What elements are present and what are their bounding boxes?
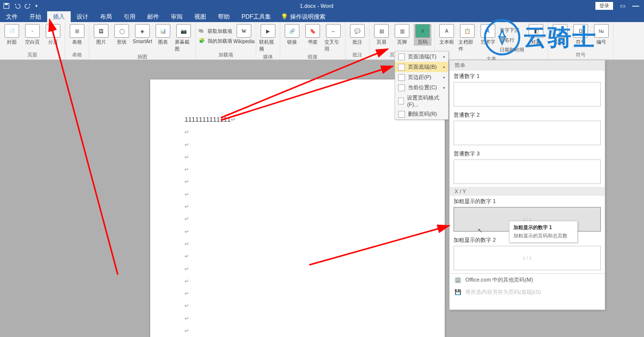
page-break-button[interactable]: ⤵分页: [44, 24, 62, 46]
window-title: 1.docx - Word: [38, 3, 595, 9]
textbox-button[interactable]: A文本框: [438, 24, 456, 46]
current-position-icon: [398, 84, 405, 91]
header-button[interactable]: ▤页眉: [373, 24, 390, 46]
wikipedia-button[interactable]: WWikipedia: [235, 24, 253, 44]
tab-insert[interactable]: 插入: [47, 11, 71, 22]
group-label-illustrations: 插图: [137, 52, 147, 60]
object-button[interactable]: ◧对象: [527, 24, 545, 46]
tab-review[interactable]: 审阅: [165, 11, 188, 22]
tab-file[interactable]: 文件: [0, 11, 24, 22]
ribbon-label: 页码: [418, 39, 428, 46]
ribbon-label: 文档部件: [458, 39, 476, 52]
save-selection-icon: 💾: [455, 289, 461, 295]
smartart-icon: ◈: [135, 24, 150, 38]
ribbon-label: 交叉引用: [324, 39, 342, 52]
equation-icon: π: [553, 24, 567, 38]
gallery-thumb-plain1[interactable]: [454, 82, 601, 106]
group-label-tables: 表格: [72, 51, 82, 58]
wordart-button[interactable]: A艺术字: [479, 24, 497, 46]
current-position-item[interactable]: 当前位置(C)▸: [395, 82, 448, 93]
ribbon: 📄封面 ▫空白页 ⤵分页 页面 ⊞表格 表格 🖼图片 ◯形状 ◈SmartArt…: [0, 22, 644, 60]
table-icon: ⊞: [70, 24, 84, 38]
cover-page-icon: 📄: [4, 24, 19, 38]
crossref-button[interactable]: ↔交叉引用: [324, 24, 342, 52]
tab-layout[interactable]: 布局: [94, 11, 118, 22]
tab-references[interactable]: 引用: [118, 11, 141, 22]
addin-icon: 🧩: [199, 38, 206, 45]
gallery-item-label: 普通数字 3: [450, 148, 605, 158]
gallery-thumb-plain2[interactable]: [454, 121, 601, 145]
ribbon-display-icon[interactable]: ▭: [620, 2, 625, 9]
tell-me-search[interactable]: 💡 操作说明搜索: [281, 13, 325, 21]
crossref-icon: ↔: [326, 24, 341, 38]
ribbon-label: Wikipedia: [233, 39, 254, 44]
tab-mailings[interactable]: 邮件: [141, 11, 165, 22]
tab-pdf[interactable]: PDF工具集: [236, 11, 277, 22]
picture-button[interactable]: 🖼图片: [92, 24, 110, 46]
datetime-button[interactable]: 日期和时间: [500, 46, 524, 54]
page-number-button[interactable]: #页码: [414, 24, 431, 46]
tab-design[interactable]: 设计: [71, 11, 94, 22]
object-icon: ◧: [529, 24, 543, 38]
menu-label: 当前位置(C): [408, 84, 437, 91]
comment-icon: 💬: [350, 24, 365, 38]
group-label-comments: 批注: [352, 51, 362, 58]
online-video-button[interactable]: ▶联机视频: [259, 24, 277, 52]
page-margins-item[interactable]: 页边距(P)▸: [395, 72, 448, 82]
gallery-item-label: 加粗显示的数字 1: [450, 196, 605, 206]
remove-pagenum-item[interactable]: 删除页码(R): [395, 109, 448, 119]
header-icon: ▤: [374, 24, 389, 38]
get-addins-button[interactable]: 🛍获取加载项: [199, 27, 232, 36]
smartart-button[interactable]: ◈SmartArt: [134, 24, 151, 44]
table-button[interactable]: ⊞表格: [68, 24, 86, 46]
ribbon-label: SmartArt: [133, 39, 152, 44]
link-icon: 🔗: [285, 24, 299, 38]
more-from-office-item[interactable]: 🏢Office.com 中的其他页码(M): [450, 274, 605, 286]
undo-icon[interactable]: [14, 2, 21, 9]
ribbon-label: 文本框: [439, 39, 454, 46]
symbol-button[interactable]: Ω符号: [572, 24, 590, 46]
page-bottom-item[interactable]: 页面底端(B)▸: [395, 62, 448, 72]
gallery-thumb-plain3[interactable]: [454, 159, 601, 184]
chevron-right-icon: ▸: [443, 65, 445, 69]
number-button[interactable]: №编号: [592, 24, 610, 46]
format-pagenum-item[interactable]: 设置页码格式(F)...: [395, 93, 448, 109]
group-label-pages: 页面: [27, 51, 37, 58]
save-selection-item: 💾将所选内容另存为页码(底端)(S): [450, 286, 605, 298]
chart-button[interactable]: 📊图表: [154, 24, 172, 46]
shapes-icon: ◯: [114, 24, 129, 38]
screenshot-button[interactable]: 📷屏幕截图: [175, 24, 192, 52]
tab-home[interactable]: 开始: [24, 11, 47, 22]
footer-button[interactable]: ▥页脚: [393, 24, 411, 46]
quickparts-button[interactable]: 📋文档部件: [458, 24, 476, 52]
my-addins-button[interactable]: 🧩我的加载项: [199, 37, 232, 46]
dropcap-button[interactable]: 首字下沉: [500, 26, 524, 35]
chevron-right-icon: ▸: [443, 75, 445, 79]
gallery-thumb-bold2[interactable]: 1 / 1: [454, 246, 601, 270]
ribbon-label: 编号: [596, 39, 606, 46]
ribbon-label: 符号: [576, 39, 586, 46]
login-button[interactable]: 登录: [595, 2, 613, 10]
document-text: 1111111111111: [185, 116, 231, 123]
equation-button[interactable]: π公式: [551, 24, 569, 46]
cover-page-button[interactable]: 📄封面: [3, 24, 21, 46]
save-icon[interactable]: [3, 2, 10, 9]
comment-button[interactable]: 💬批注: [349, 24, 366, 46]
redo-icon[interactable]: [25, 2, 31, 9]
link-button[interactable]: 🔗链接: [283, 24, 301, 46]
menu-label: Office.com 中的其他页码(M): [465, 276, 533, 284]
ribbon-label: 我的加载项: [208, 38, 232, 45]
page-top-item[interactable]: 页面顶端(T)▸: [395, 52, 448, 62]
quickparts-icon: 📋: [460, 24, 475, 38]
ribbon-label: 空白页: [25, 39, 40, 46]
tab-view[interactable]: 视图: [188, 11, 212, 22]
bookmark-button[interactable]: 🔖书签: [304, 24, 322, 46]
blank-page-button[interactable]: ▫空白页: [24, 24, 41, 46]
tab-help[interactable]: 帮助: [212, 11, 236, 22]
page-number-gallery: 简单 普通数字 1 普通数字 2 普通数字 3 X / Y 加粗显示的数字 1 …: [449, 60, 605, 310]
sigline-button[interactable]: 签名行: [500, 36, 524, 45]
shapes-button[interactable]: ◯形状: [113, 24, 131, 46]
tooltip-title: 加粗显示的数字 1: [513, 224, 573, 231]
minimize-icon[interactable]: —: [632, 2, 639, 10]
ribbon-label: 图片: [96, 39, 106, 46]
